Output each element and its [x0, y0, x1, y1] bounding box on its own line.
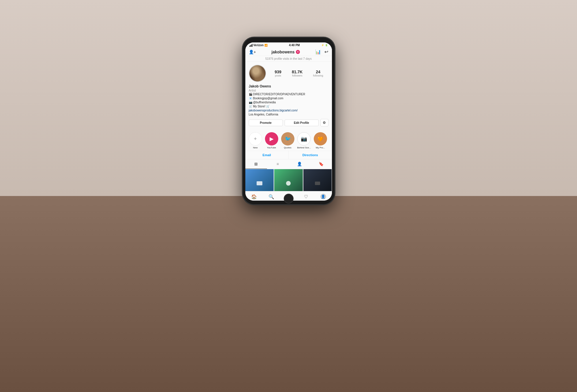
- story-item-youtube[interactable]: ▶ YouTube: [265, 132, 278, 149]
- profile-icon: 👤: [320, 194, 326, 199]
- story-label-quotes: Quotes: [284, 146, 292, 149]
- camera2-icon: 📷: [249, 100, 252, 104]
- profile-username: jakobowens 4: [272, 50, 300, 54]
- posts-label: posts: [275, 74, 281, 77]
- add-person-icon[interactable]: 👤+: [249, 50, 256, 54]
- tab-tagged[interactable]: 👤: [289, 159, 310, 169]
- story-label-mypro: My Pro...: [316, 146, 325, 149]
- profile-section: 939 posts 81.7K followers 24 following: [245, 62, 332, 130]
- gear-icon: ⚙: [323, 121, 326, 125]
- photo-grid: [245, 169, 332, 191]
- battery-icon: 🔋: [325, 44, 328, 46]
- status-time: 4:40 PM: [289, 44, 300, 47]
- bottom-nav-heart[interactable]: ♡: [297, 194, 315, 199]
- camera-icon: 🎬: [249, 92, 252, 96]
- signal-bar-4: [252, 44, 253, 47]
- bottom-nav-home[interactable]: 🏠: [245, 194, 263, 199]
- bluetooth-icon: ⚡: [321, 44, 324, 46]
- promote-button[interactable]: Promote: [249, 120, 283, 126]
- stories-row: + New ▶ YouTube 🐦 Quotes: [245, 130, 332, 151]
- email-button[interactable]: Email: [245, 151, 289, 159]
- followers-stat[interactable]: 81.7K followers: [292, 70, 302, 77]
- posts-stat: 939 posts: [275, 70, 281, 77]
- profile-visits-text: 51976 profile visits in the last 7 days: [265, 57, 312, 60]
- status-left: Verizon 📶: [249, 44, 268, 47]
- signal-bars: [249, 44, 253, 47]
- story-add-circle[interactable]: +: [249, 132, 262, 145]
- story-label-new: New: [253, 146, 257, 149]
- bio-email[interactable]: Bookingjop@gmail.com: [253, 96, 283, 100]
- store-icon-2: 🛒: [266, 104, 270, 109]
- tab-list[interactable]: ≡: [267, 159, 289, 169]
- followers-label: followers: [292, 74, 302, 77]
- contact-row: Email Directions: [245, 151, 332, 159]
- notification-badge: 4: [296, 50, 300, 54]
- story-mypro-circle[interactable]: 🧡: [314, 132, 327, 145]
- avatar[interactable]: [249, 65, 266, 82]
- bio-line-4: 🛒 My Store! 🛒: [249, 104, 328, 109]
- bio-location: Los Angeles, California: [249, 113, 328, 117]
- stats-row: 939 posts 81.7K followers 24 following: [270, 70, 328, 77]
- scene: Verizon 📶 4:40 PM ⚡ 🔋 👤+ jakobowens 4 📊: [191, 23, 387, 369]
- bottom-nav-profile[interactable]: 👤: [315, 194, 332, 199]
- play-icon: ▶: [270, 136, 274, 142]
- bio: Jakob Owens Artist 🎬 DIRECTOR/EDITOR/DP/…: [249, 84, 328, 117]
- bio-line-1: 🎬 DIRECTOR/EDITOR/DP/ADVENTURER: [249, 92, 328, 96]
- tab-grid[interactable]: ⊞: [245, 159, 267, 169]
- wifi-icon: 📶: [264, 44, 268, 47]
- profile-top: 939 posts 81.7K followers 24 following: [249, 65, 328, 82]
- phone: Verizon 📶 4:40 PM ⚡ 🔋 👤+ jakobowens 4 📊: [242, 37, 335, 205]
- story-item-new[interactable]: + New: [249, 132, 262, 149]
- followers-count: 81.7K: [292, 70, 302, 74]
- settings-button[interactable]: ⚙: [320, 119, 328, 126]
- photo-cell-2[interactable]: [274, 169, 303, 191]
- bio-location-text: Los Angeles, California: [249, 113, 278, 117]
- action-buttons: Promote Edit Profile ⚙: [249, 119, 328, 126]
- plus-icon: +: [254, 136, 257, 142]
- person-icon: 👤: [297, 162, 302, 166]
- bio-text-1: DIRECTOR/EDITOR/DP/ADVENTURER: [253, 92, 305, 96]
- bio-link[interactable]: jakobowensproductions.bigcartel.com/: [249, 109, 328, 113]
- activity-icon[interactable]: ↩: [324, 49, 328, 55]
- header-icons: 📊 ↩: [315, 49, 328, 55]
- bio-line-2: 📧 Bookingjop@gmail.com: [249, 96, 328, 100]
- bio-line-3: 📷 @buffnerdsmedia: [249, 100, 328, 104]
- profile-visits-banner: 51976 profile visits in the last 7 days: [245, 56, 332, 62]
- mypro-icon: 🧡: [318, 136, 323, 142]
- tab-saved[interactable]: 🔖: [310, 159, 332, 169]
- directions-button[interactable]: Directions: [289, 151, 332, 159]
- story-item-quotes[interactable]: 🐦 Quotes: [281, 132, 294, 149]
- story-behind-circle[interactable]: 📷: [297, 132, 311, 145]
- bio-store[interactable]: My Store!: [253, 104, 266, 109]
- status-bar: Verizon 📶 4:40 PM ⚡ 🔋: [245, 42, 332, 47]
- bio-role: Artist: [249, 89, 328, 92]
- home-icon: 🏠: [251, 194, 257, 199]
- phone-screen: Verizon 📶 4:40 PM ⚡ 🔋 👤+ jakobowens 4 📊: [245, 42, 332, 201]
- story-quotes-circle[interactable]: 🐦: [281, 132, 294, 145]
- photo-cell-1[interactable]: [245, 169, 274, 191]
- bookmark-icon: 🔖: [319, 162, 324, 166]
- email-icon: 📧: [249, 96, 252, 100]
- signal-bar-2: [250, 45, 251, 47]
- bio-handle[interactable]: @buffnerdsmedia: [253, 100, 276, 104]
- photo-cell-3[interactable]: [303, 169, 332, 191]
- store-icon: 🛒: [249, 104, 252, 109]
- home-button[interactable]: [284, 194, 294, 204]
- story-item-behind[interactable]: 📷 Behind Sce...: [297, 132, 311, 149]
- search-icon: 🔍: [268, 194, 274, 199]
- list-icon: ≡: [277, 162, 279, 166]
- story-item-mypro[interactable]: 🧡 My Pro...: [314, 132, 327, 149]
- analytics-icon[interactable]: 📊: [315, 49, 321, 55]
- story-label-youtube: YouTube: [267, 146, 276, 149]
- camera-scene-icon: 📷: [301, 136, 307, 142]
- edit-profile-button[interactable]: Edit Profile: [285, 120, 319, 126]
- story-label-behind: Behind Sce...: [297, 146, 311, 149]
- bottom-nav-search[interactable]: 🔍: [263, 194, 280, 199]
- bio-name: Jakob Owens: [249, 84, 328, 88]
- following-label: following: [313, 74, 323, 77]
- story-youtube-circle[interactable]: ▶: [265, 132, 278, 145]
- nav-tabs: ⊞ ≡ 👤 🔖: [245, 159, 332, 169]
- status-right: ⚡ 🔋: [321, 44, 328, 46]
- following-stat[interactable]: 24 following: [313, 70, 323, 77]
- avatar-image: [249, 65, 266, 81]
